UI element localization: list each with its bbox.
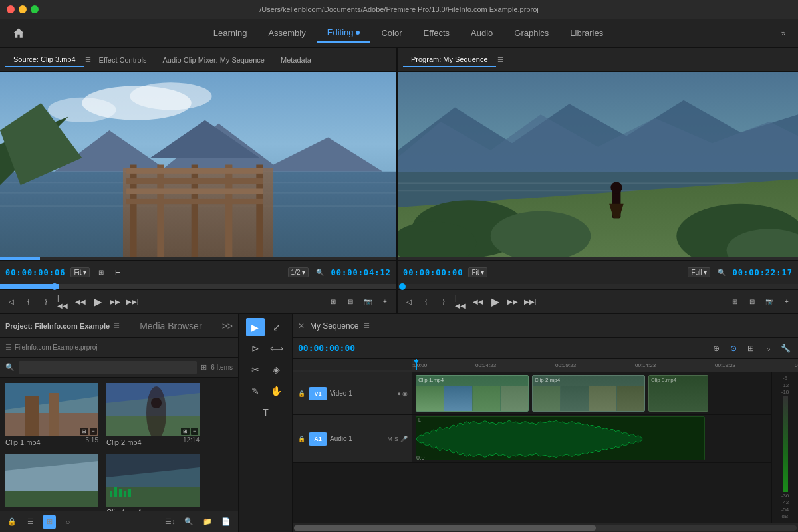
project-search-input[interactable] xyxy=(19,361,197,374)
maximize-button[interactable] xyxy=(31,5,39,13)
clip-item-4[interactable]: Clip 4.mp4 xyxy=(106,454,200,511)
nav-more-button[interactable]: » xyxy=(775,25,791,41)
nav-tab-graphics[interactable]: Graphics xyxy=(503,24,559,42)
timeline-ruler[interactable]: :00:00 00:04:23 00:09:23 00:14:23 00:19:… xyxy=(293,359,798,372)
tab-effect-controls[interactable]: Effect Controls xyxy=(91,53,155,66)
prog-mark-in[interactable]: ◁ xyxy=(403,296,415,308)
a1-s-btn[interactable]: S xyxy=(394,436,398,442)
add-keyframe-btn[interactable]: ⬦ xyxy=(761,341,775,356)
minimize-button[interactable] xyxy=(19,5,27,13)
rate-stretch-tool[interactable]: ⟺ xyxy=(267,339,286,358)
prog-go-start[interactable]: |◀◀ xyxy=(455,296,467,308)
linked-selection-btn[interactable]: ⊞ xyxy=(743,341,758,356)
prog-extract[interactable]: ⊟ xyxy=(746,296,758,308)
tab-audio-clip-mixer[interactable]: Audio Clip Mixer: My Sequence xyxy=(155,53,273,66)
tab-metadata[interactable]: Metadata xyxy=(273,53,319,66)
source-fit-select[interactable]: Fit ▾ xyxy=(70,267,89,277)
overwrite-button[interactable]: ⊟ xyxy=(344,296,356,308)
timeline-menu-icon[interactable]: ☰ xyxy=(364,322,370,329)
type-tool[interactable]: T xyxy=(257,403,275,422)
step-back-button[interactable]: { xyxy=(23,296,35,308)
track-select-tool[interactable]: ⤢ xyxy=(267,318,286,336)
v1-clip-2[interactable]: Clip 2.mp4 xyxy=(532,375,645,412)
v1-eye-btn[interactable]: ● xyxy=(398,390,401,397)
nav-tab-learning[interactable]: Learning xyxy=(203,24,258,42)
tab-source-clip[interactable]: Source: Clip 3.mp4 xyxy=(5,53,84,67)
program-quality-select[interactable]: Full ▾ xyxy=(688,267,710,277)
select-tool[interactable]: ▶ xyxy=(246,318,265,336)
prog-step-fwd[interactable]: } xyxy=(438,296,450,308)
timeline-close-btn[interactable]: ✕ xyxy=(298,321,305,331)
new-bin-icon[interactable]: ⊞ xyxy=(201,363,207,372)
media-browser-tab-label[interactable]: Media Browser xyxy=(140,321,201,331)
play-fwd-button[interactable]: ▶▶ xyxy=(109,296,121,308)
prog-go-end[interactable]: ▶▶| xyxy=(524,296,536,308)
prog-play-back[interactable]: ◀◀ xyxy=(472,296,484,308)
nav-tab-libraries[interactable]: Libraries xyxy=(559,24,614,42)
snap-btn[interactable]: ⊙ xyxy=(726,341,741,356)
program-tab-menu[interactable]: ☰ xyxy=(497,56,503,63)
go-start-button[interactable]: |◀◀ xyxy=(57,296,69,308)
source-button-2[interactable]: ⊢ xyxy=(112,267,124,279)
a1-lock[interactable]: 🔒 xyxy=(297,434,306,444)
prog-add-marker[interactable]: + xyxy=(781,296,793,308)
hand-tool[interactable]: ✋ xyxy=(267,382,286,400)
export-frame-button[interactable]: 📷 xyxy=(362,296,374,308)
prog-play[interactable]: ▶ xyxy=(489,296,501,308)
icon-view-btn[interactable]: ⊞ xyxy=(43,515,56,529)
new-bin-footer-btn[interactable]: 📁 xyxy=(201,515,214,529)
project-expand-button[interactable]: >> xyxy=(222,321,233,331)
close-button[interactable] xyxy=(7,5,15,13)
source-playbar[interactable] xyxy=(0,284,396,289)
nav-tab-color[interactable]: Color xyxy=(370,24,412,42)
timeline-scroll-thumb[interactable] xyxy=(294,525,596,531)
timeline-settings-btn[interactable]: 🔧 xyxy=(778,341,793,356)
a1-mic-btn[interactable]: 🎤 xyxy=(400,436,408,442)
new-item-btn[interactable]: 📄 xyxy=(219,515,233,529)
pen-tool[interactable]: ✎ xyxy=(246,382,265,400)
razor-tool[interactable]: ✂ xyxy=(246,360,265,379)
ripple-edit-tool[interactable]: ⊳ xyxy=(246,339,265,358)
clip-item-3[interactable]: Clip 3.mp4 xyxy=(5,454,98,511)
project-menu-icon[interactable]: ☰ xyxy=(114,322,120,329)
a1-timeline[interactable]: L xyxy=(412,415,771,462)
add-track-btn[interactable]: ⊕ xyxy=(709,341,724,356)
insert-button[interactable]: ⊞ xyxy=(327,296,339,308)
clip-item-2[interactable]: ⊞ ≡ Clip 2.mp4 12:14 xyxy=(106,383,200,446)
prog-play-fwd[interactable]: ▶▶ xyxy=(507,296,519,308)
a1-clip[interactable]: L xyxy=(416,416,705,460)
nav-tab-audio[interactable]: Audio xyxy=(460,24,503,42)
clip-item-1[interactable]: ⊞ ≡ Clip 1.mp4 5:15 xyxy=(5,383,98,446)
freeform-view-btn[interactable]: ○ xyxy=(61,515,74,529)
slip-tool[interactable]: ◈ xyxy=(267,360,286,379)
zoom-out-btn[interactable]: 🔍 xyxy=(182,515,196,529)
tab-program-sequence[interactable]: Program: My Sequence xyxy=(403,53,496,67)
v1-timeline[interactable]: Clip 1.mp4 Clip 2.mp4 xyxy=(412,372,771,414)
timeline-scrollbar[interactable] xyxy=(293,523,798,532)
list-view-btn[interactable]: ☰ xyxy=(24,515,37,529)
v1-clip-1[interactable]: Clip 1.mp4 xyxy=(416,375,529,412)
source-fraction-select[interactable]: 1/2 ▾ xyxy=(288,267,309,277)
program-fit-select[interactable]: Fit ▾ xyxy=(468,267,487,277)
source-button-1[interactable]: ⊞ xyxy=(95,267,107,279)
new-project-btn[interactable]: 🔒 xyxy=(5,515,19,529)
play-button[interactable]: ▶ xyxy=(92,296,104,308)
home-button[interactable] xyxy=(7,21,31,45)
add-marker-button[interactable]: + xyxy=(379,296,391,308)
go-end-button[interactable]: ▶▶| xyxy=(126,296,138,308)
v1-clip-3[interactable]: Clip 3.mp4 xyxy=(648,375,708,412)
play-back-button[interactable]: ◀◀ xyxy=(74,296,86,308)
prog-lift[interactable]: ⊞ xyxy=(729,296,741,308)
prog-step-back[interactable]: { xyxy=(420,296,432,308)
nav-tab-assembly[interactable]: Assembly xyxy=(257,24,316,42)
prog-export-frame[interactable]: 📷 xyxy=(763,296,775,308)
a1-m-btn[interactable]: M xyxy=(387,436,392,442)
timeline-scroll-track[interactable] xyxy=(294,525,797,531)
a1-toggle[interactable]: A1 xyxy=(309,432,327,446)
step-fwd-button[interactable]: } xyxy=(40,296,52,308)
nav-tab-effects[interactable]: Effects xyxy=(413,24,461,42)
source-tab-menu[interactable]: ☰ xyxy=(85,56,91,63)
v1-toggle[interactable]: V1 xyxy=(309,387,327,400)
program-playbar[interactable] xyxy=(398,284,798,289)
mark-in-button[interactable]: ◁ xyxy=(5,296,17,308)
